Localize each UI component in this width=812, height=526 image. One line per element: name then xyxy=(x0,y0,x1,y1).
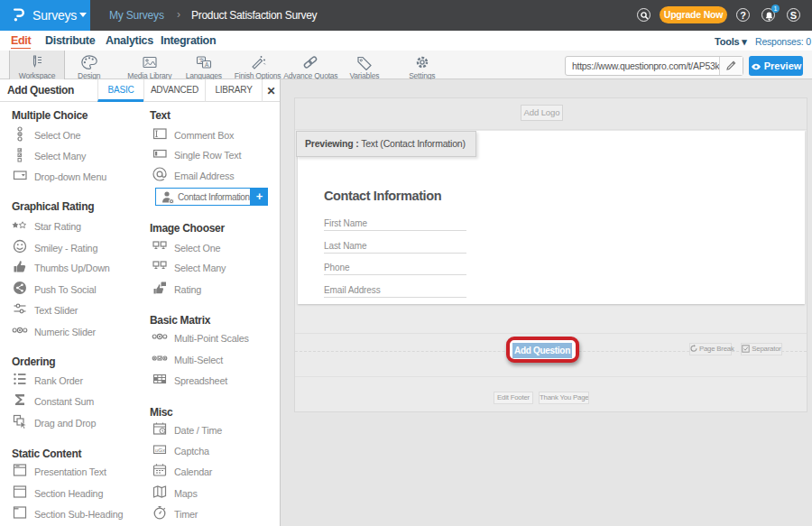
svg-text:A: A xyxy=(205,61,209,68)
svg-text:uGx: uGx xyxy=(155,448,166,453)
